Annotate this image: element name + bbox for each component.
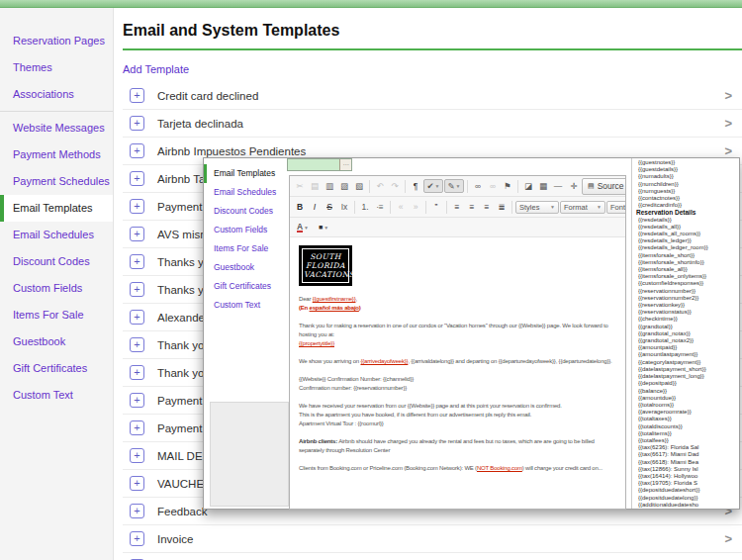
bullet-list-icon[interactable]: ∙≡: [373, 200, 387, 214]
template-variable[interactable]: {{itemsforsale_shortinfo}}: [638, 259, 740, 266]
expand-template-button[interactable]: +: [130, 448, 144, 463]
sidebar-item-payment-schedules[interactable]: Payment Schedules: [0, 168, 113, 195]
email-body[interactable]: SOUTHFLORIDAVACATIONSDear {{guestfirstna…: [290, 237, 625, 509]
justify-icon[interactable]: ≣: [495, 200, 509, 214]
template-variable[interactable]: {{reservationkey}}: [638, 302, 740, 309]
template-variable[interactable]: {{resdetails_ledger_room}}: [638, 244, 740, 251]
template-variable[interactable]: {{numchildren}}: [638, 181, 740, 188]
sidebar-item-themes[interactable]: Themes: [0, 54, 113, 81]
expand-template-button[interactable]: +: [130, 504, 144, 518]
template-variable[interactable]: {{resdetails_ledger}}: [638, 237, 740, 244]
template-variable[interactable]: {{reservationstatus}}: [638, 309, 740, 316]
template-variable[interactable]: {{totaldiscounts}}: [638, 423, 740, 430]
bold-icon[interactable]: B: [293, 200, 307, 214]
template-variable[interactable]: {{tax(6618): Miami Bea: [638, 459, 740, 466]
template-variable[interactable]: {{averageroomrate}}: [638, 409, 740, 416]
template-variable[interactable]: {{tax(6617): Miami Dad: [638, 451, 740, 458]
sidebar-item-custom-text[interactable]: Custom Text: [0, 382, 113, 409]
sidebar-item-payment-methods[interactable]: Payment Methods: [0, 141, 113, 168]
template-variable[interactable]: {{totalfees}}: [638, 437, 740, 444]
template-variable[interactable]: {{itemsforsale_short}}: [638, 252, 740, 259]
sidebar-item-custom-fields[interactable]: Custom Fields: [0, 275, 113, 302]
sidebar-item-email-schedules[interactable]: Email Schedules: [0, 222, 113, 248]
numbered-list-icon[interactable]: 1.: [358, 200, 372, 214]
spellcheck-toggle-icon[interactable]: ✔▼: [423, 179, 443, 193]
template-variable[interactable]: {{tax(16414): Hollywoo: [638, 473, 740, 480]
popup-menu-item-email-templates[interactable]: Email Templates: [204, 164, 289, 183]
popup-menu-item-email-schedules[interactable]: Email Schedules: [204, 183, 289, 202]
expand-template-button[interactable]: +: [130, 531, 144, 546]
popup-menu-item-items-for-sale[interactable]: Items For Sale: [204, 239, 289, 258]
template-variable[interactable]: {{guestdetails}}: [638, 166, 740, 173]
template-variable[interactable]: {{tax(12866): Sunny Isl: [638, 466, 740, 473]
template-variable[interactable]: {{tax(19705): Florida S: [638, 480, 740, 487]
table-icon[interactable]: ▦: [536, 179, 550, 193]
paragraph-marks-icon[interactable]: ¶: [409, 179, 422, 193]
template-variable[interactable]: {{totalitems}}: [638, 430, 740, 437]
add-template-link[interactable]: Add Template: [123, 63, 189, 75]
paste-from-word-icon[interactable]: ▧: [352, 179, 366, 193]
sidebar-item-associations[interactable]: Associations: [0, 81, 113, 108]
template-variable[interactable]: {{totaltaxes}}: [638, 416, 740, 422]
template-variable[interactable]: {{depositduedatelong}}: [638, 495, 740, 502]
template-row[interactable]: +Tarjeta declinada>: [123, 110, 742, 138]
template-variable[interactable]: {{datelastpayment_long}}: [638, 373, 740, 380]
expand-template-button[interactable]: +: [130, 88, 144, 103]
template-variable[interactable]: {{creditcardinfo}}: [638, 202, 740, 209]
template-variable[interactable]: {{resdetails_all_rooms}}: [638, 231, 740, 237]
align-left-icon[interactable]: ≡: [450, 200, 464, 214]
template-variable[interactable]: {{guestnotes}}: [638, 159, 740, 166]
template-variable[interactable]: {{tax(6236): Florida Sal: [638, 444, 740, 451]
remove-format-icon[interactable]: Ix: [337, 200, 351, 214]
template-variable[interactable]: {{amountpaid}}: [638, 344, 740, 351]
popup-menu-item-guestbook[interactable]: Guestbook: [204, 258, 289, 277]
expand-template-button[interactable]: +: [130, 365, 144, 380]
italic-icon[interactable]: I: [308, 200, 322, 214]
template-variable[interactable]: {{depositduedateshort}}: [638, 487, 740, 494]
maximize-icon[interactable]: ✛: [567, 179, 581, 193]
expand-template-button[interactable]: +: [130, 199, 144, 214]
template-variable[interactable]: {{totalrooms}}: [638, 402, 740, 409]
template-variable[interactable]: {{balance}}: [638, 388, 740, 395]
link-icon[interactable]: ∞: [471, 179, 485, 193]
expand-template-button[interactable]: +: [130, 282, 144, 297]
template-variable[interactable]: {{numguests}}: [638, 188, 740, 195]
template-variable[interactable]: {{resdetails}}: [638, 217, 740, 224]
background-color-button[interactable]: ■▼: [314, 221, 333, 234]
expand-template-button[interactable]: +: [130, 337, 144, 352]
paste-icon[interactable]: ▥: [323, 179, 336, 193]
template-title-field[interactable]: ⋯: [287, 158, 352, 171]
expand-template-button[interactable]: +: [130, 476, 144, 491]
popup-menu-item-gift-certificates[interactable]: Gift Certificates: [204, 277, 289, 296]
scayt-toggle-icon[interactable]: ✎▼: [444, 179, 464, 193]
sidebar-item-reservation-pages[interactable]: Reservation Pages: [0, 28, 113, 54]
template-variable[interactable]: {{reservationnumber}}: [638, 288, 740, 295]
align-center-icon[interactable]: ≡: [465, 200, 479, 214]
font-dropdown[interactable]: Font▼: [606, 201, 625, 214]
template-variable[interactable]: {{grandtotal_notax2}}: [638, 337, 740, 344]
expand-template-button[interactable]: +: [130, 227, 144, 241]
strikethrough-icon[interactable]: S: [323, 200, 336, 214]
paste-plain-text-icon[interactable]: ▨: [337, 179, 351, 193]
template-variable[interactable]: {{depositpaid}}: [638, 380, 740, 387]
template-variable[interactable]: {{additionalduedatesho: [638, 502, 740, 509]
sidebar-item-items-for-sale[interactable]: Items For Sale: [0, 302, 113, 328]
source-button[interactable]: ▤Source: [582, 178, 625, 195]
template-row[interactable]: +Credit card declined>: [123, 82, 742, 110]
sidebar-item-website-messages[interactable]: Website Messages: [0, 115, 113, 141]
popup-menu-item-discount-codes[interactable]: Discount Codes: [204, 202, 289, 221]
template-variable[interactable]: {{numadults}}: [638, 173, 740, 180]
template-variable[interactable]: {{resdetails_all}}: [638, 224, 740, 231]
sidebar-item-guestbook[interactable]: Guestbook: [0, 328, 113, 355]
sidebar-item-discount-codes[interactable]: Discount Codes: [0, 248, 113, 275]
expand-template-button[interactable]: +: [130, 254, 144, 269]
template-variable[interactable]: {{reservationnumber2}}: [638, 295, 740, 302]
format-dropdown[interactable]: Format▼: [560, 201, 605, 214]
template-variable[interactable]: {{customfieldresponses}}: [638, 280, 740, 287]
anchor-icon[interactable]: ⚑: [501, 179, 514, 193]
expand-template-button[interactable]: +: [130, 310, 144, 325]
expand-template-button[interactable]: +: [130, 393, 144, 408]
template-row[interactable]: +Invoice>: [123, 525, 742, 553]
template-title-picker-button[interactable]: ⋯: [339, 159, 351, 170]
template-variable[interactable]: {{amountdue}}: [638, 395, 740, 402]
